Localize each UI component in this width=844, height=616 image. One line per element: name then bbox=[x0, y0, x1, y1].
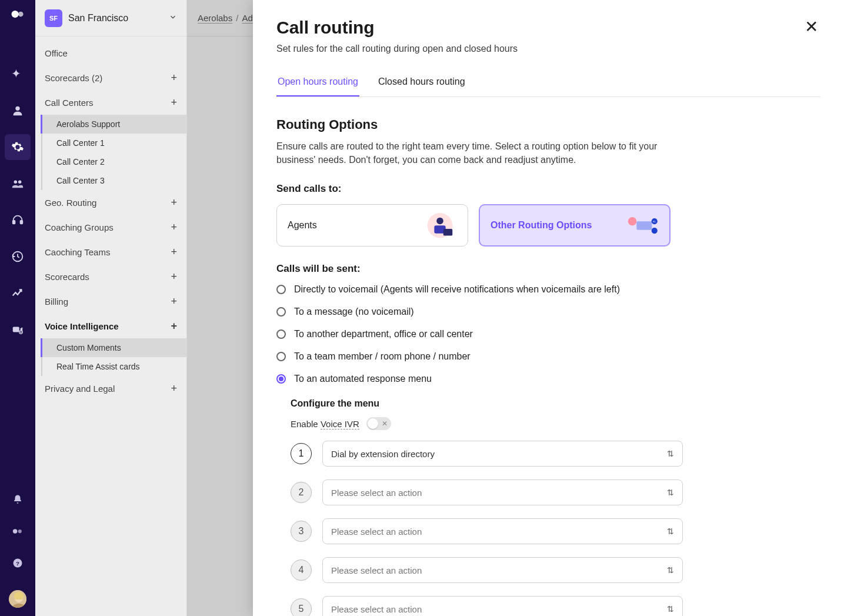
main-area: Aerolabs / Ad Call routing Set rules for… bbox=[187, 0, 844, 616]
sidebar-label: Privacy and Legal bbox=[45, 384, 115, 394]
svg-rect-7 bbox=[13, 327, 19, 332]
radio-team-member[interactable]: To a team member / room phone / number bbox=[276, 351, 820, 362]
sidebar-child-aerolabs-support[interactable]: Aerolabs Support bbox=[41, 115, 186, 134]
ivr-action-select-1[interactable]: Dial by extension directory⇅ bbox=[322, 441, 683, 467]
sidebar-item-geo-routing[interactable]: Geo. Routing+ bbox=[35, 190, 186, 215]
radio-department[interactable]: To another department, office or call ce… bbox=[276, 329, 820, 339]
routing-radio-group: Directly to voicemail (Agents will recei… bbox=[276, 284, 820, 384]
ivr-action-select-2[interactable]: Please select an action⇅ bbox=[322, 480, 683, 505]
sidebar-label: Billing bbox=[45, 297, 68, 307]
nav-history-icon[interactable] bbox=[5, 244, 31, 269]
sidebar-child-call-center-1[interactable]: Call Center 1 bbox=[41, 134, 186, 152]
card-agents[interactable]: Agents bbox=[276, 204, 468, 247]
sidebar-child-call-center-2[interactable]: Call Center 2 bbox=[41, 152, 186, 171]
ivr-row-4: 4 Please select an action⇅ bbox=[291, 557, 820, 583]
sidebar-label: Call Centers bbox=[45, 98, 94, 108]
nav-groups-icon[interactable] bbox=[5, 171, 31, 197]
nav-analytics-icon[interactable] bbox=[5, 280, 31, 306]
sidebar-child-call-center-3[interactable]: Call Center 3 bbox=[41, 171, 186, 190]
sidebar-item-billing[interactable]: Billing+ bbox=[35, 289, 186, 314]
workspace-switcher[interactable]: SF San Francisco bbox=[35, 0, 186, 36]
routing-options-title: Routing Options bbox=[276, 117, 820, 132]
sidebar-label: Office bbox=[45, 48, 68, 58]
close-icon[interactable]: ✕ bbox=[802, 18, 820, 36]
sidebar-child-realtime-assist[interactable]: Real Time Assist cards bbox=[41, 357, 186, 376]
enable-label-text: Enable bbox=[291, 419, 321, 429]
sidebar-label: Caoching Teams bbox=[45, 247, 110, 257]
plus-icon[interactable]: + bbox=[171, 383, 177, 394]
ivr-action-select-3[interactable]: Please select an action⇅ bbox=[322, 518, 683, 544]
plus-icon[interactable]: + bbox=[171, 197, 177, 208]
sidebar-item-voice-intelligence[interactable]: Voice Intelligence+ bbox=[35, 314, 186, 338]
radio-icon bbox=[276, 307, 286, 317]
radio-automated-menu[interactable]: To an automated response menu bbox=[276, 374, 820, 384]
card-other-routing[interactable]: Other Routing Options KL bbox=[479, 204, 670, 247]
select-caret-icon: ⇅ bbox=[667, 488, 674, 497]
sidebar-item-office[interactable]: Office bbox=[35, 41, 186, 65]
nav-settings-icon[interactable] bbox=[5, 134, 31, 160]
nav-rail: ✦ ? bbox=[0, 0, 35, 616]
radio-voicemail[interactable]: Directly to voicemail (Agents will recei… bbox=[276, 284, 820, 295]
select-caret-icon: ⇅ bbox=[667, 449, 674, 458]
sidebar-child-custom-moments[interactable]: Custom Moments bbox=[41, 338, 186, 357]
nav-headset-icon[interactable] bbox=[5, 207, 31, 233]
svg-text:?: ? bbox=[16, 560, 19, 567]
radio-label: Directly to voicemail (Agents will recei… bbox=[294, 284, 620, 295]
svg-point-2 bbox=[15, 106, 19, 111]
sidebar-item-call-centers[interactable]: Call Centers+ bbox=[35, 90, 186, 115]
nav-ai-icon[interactable]: ✦ bbox=[5, 61, 31, 87]
tab-closed-hours[interactable]: Closed hours routing bbox=[377, 69, 466, 96]
app-logo bbox=[9, 6, 26, 22]
ivr-row-5: 5 Please select an action⇅ bbox=[291, 596, 820, 616]
sidebar-label: Voice Intelligence bbox=[45, 321, 119, 331]
ivr-row-3: 3 Please select an action⇅ bbox=[291, 518, 820, 544]
ivr-action-select-4[interactable]: Please select an action⇅ bbox=[322, 557, 683, 583]
sidebar-item-coaching-teams[interactable]: Caoching Teams+ bbox=[35, 239, 186, 264]
call-routing-panel: Call routing Set rules for the call rout… bbox=[253, 0, 844, 616]
plus-icon[interactable]: + bbox=[171, 72, 177, 83]
ivr-digit: 2 bbox=[291, 482, 312, 503]
plus-icon[interactable]: + bbox=[171, 321, 177, 331]
plus-icon[interactable]: + bbox=[171, 222, 177, 232]
radio-label: To another department, office or call ce… bbox=[294, 329, 473, 339]
user-avatar[interactable] bbox=[8, 589, 28, 609]
nav-notifications-icon[interactable] bbox=[12, 494, 24, 505]
voice-intel-children: Custom Moments Real Time Assist cards bbox=[35, 338, 186, 376]
plus-icon[interactable]: + bbox=[171, 247, 177, 257]
workspace-badge: SF bbox=[45, 9, 62, 27]
ivr-row-1: 1 Dial by extension directory⇅ bbox=[291, 441, 820, 467]
select-value: Please select an action bbox=[331, 565, 422, 575]
ivr-digit: 5 bbox=[291, 598, 312, 616]
panel-title: Call routing bbox=[276, 18, 518, 38]
svg-point-22 bbox=[652, 228, 658, 234]
nav-app-switch-icon[interactable] bbox=[12, 525, 24, 537]
nav-people-icon[interactable] bbox=[5, 98, 31, 124]
sidebar-item-scorecards-count[interactable]: Scorecards (2)+ bbox=[35, 65, 186, 90]
plus-icon[interactable]: + bbox=[171, 296, 177, 307]
svg-point-3 bbox=[14, 181, 17, 184]
configure-title: Configure the menu bbox=[291, 398, 820, 409]
plus-icon[interactable]: + bbox=[171, 97, 177, 108]
chevron-down-icon bbox=[169, 13, 177, 23]
select-caret-icon: ⇅ bbox=[667, 527, 674, 536]
nav-help-icon[interactable]: ? bbox=[12, 557, 24, 569]
configure-menu-section: Configure the menu Enable Voice IVR ✕ 1 … bbox=[291, 398, 820, 616]
radio-icon bbox=[276, 329, 286, 339]
sidebar-label: Geo. Routing bbox=[45, 198, 96, 208]
tab-open-hours[interactable]: Open hours routing bbox=[276, 69, 359, 96]
ivr-action-select-5[interactable]: Please select an action⇅ bbox=[322, 596, 683, 616]
nav-video-icon[interactable] bbox=[5, 317, 31, 342]
sidebar-item-privacy[interactable]: Privacy and Legal+ bbox=[35, 376, 186, 401]
sidebar-item-coaching-groups[interactable]: Coaching Groups+ bbox=[35, 215, 186, 239]
sidebar-label: Scorecards (2) bbox=[45, 73, 102, 83]
enable-label: Enable Voice IVR bbox=[291, 419, 359, 429]
plus-icon[interactable]: + bbox=[171, 271, 177, 282]
routing-options-desc: Ensure calls are routed to the right tea… bbox=[276, 139, 665, 167]
sidebar-item-scorecards[interactable]: Scorecards+ bbox=[35, 264, 186, 289]
radio-message[interactable]: To a message (no voicemail) bbox=[276, 307, 820, 317]
workspace-name: San Francisco bbox=[68, 13, 163, 24]
toggle-off-icon: ✕ bbox=[382, 419, 388, 428]
radio-icon bbox=[276, 374, 286, 384]
send-calls-to-label: Send calls to: bbox=[276, 183, 820, 195]
voice-ivr-toggle[interactable]: ✕ bbox=[366, 417, 391, 430]
